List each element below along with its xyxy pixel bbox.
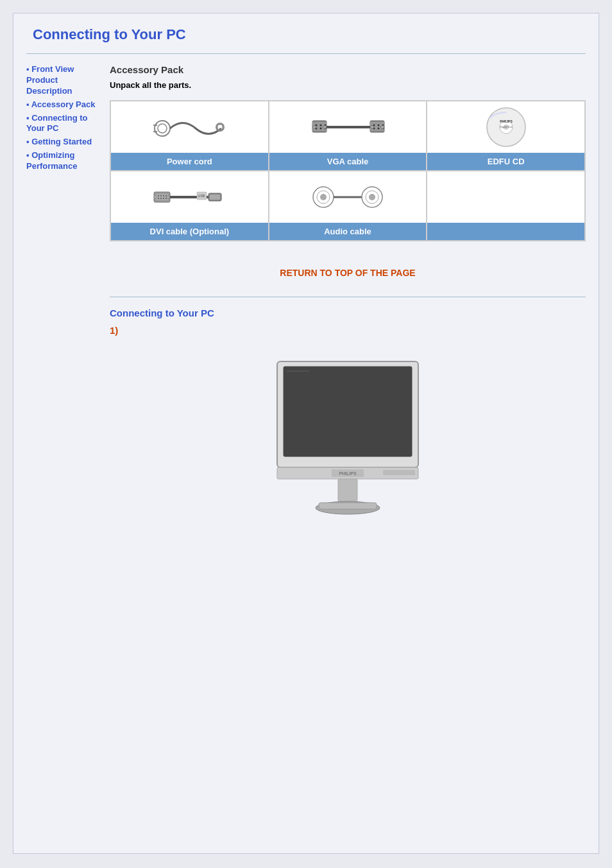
svg-point-37 [158, 198, 159, 199]
svg-point-23 [323, 126, 327, 129]
dvi-cable-image: USB [111, 171, 268, 223]
vga-cable-cell: VGA cable [269, 101, 427, 171]
page-container: Connecting to Your PC Front View Product… [13, 13, 599, 854]
power-cord-icon [151, 108, 228, 146]
vga-cable-image [269, 101, 427, 153]
edfu-cd-icon: PHILIPS Digital Use [480, 105, 532, 150]
main-layout: Front View Product Description Accessory… [26, 64, 586, 528]
svg-point-0 [155, 121, 170, 136]
sidebar-item-connecting[interactable]: Connecting to Your PC [26, 113, 97, 135]
accessories-images-row1: Power cord [110, 101, 585, 171]
power-cord-image [111, 101, 268, 153]
dvi-cable-cell: USB DVI cable (Optional) [110, 171, 269, 241]
svg-point-36 [166, 195, 167, 196]
audio-cable-image [269, 171, 427, 223]
return-link-container: RETURN TO TOP OF THE PAGE [110, 254, 586, 291]
svg-text:USB: USB [198, 194, 205, 198]
dvi-cable-label: DVI cable (Optional) [111, 223, 268, 240]
dvi-cable-icon: USB [151, 178, 228, 216]
svg-text:PHILIPS: PHILIPS [500, 119, 513, 123]
sidebar: Front View Product Description Accessory… [26, 64, 103, 528]
accessories-images-row2: USB DVI cable (Optional) [110, 171, 585, 241]
svg-point-39 [163, 198, 164, 199]
top-divider [26, 53, 586, 54]
monitor-image-container: PHILIPS [110, 349, 586, 528]
svg-rect-57 [284, 367, 412, 456]
sidebar-item-accessory-pack[interactable]: Accessory Pack [26, 100, 97, 110]
step-number: 1) [110, 325, 586, 336]
svg-point-40 [166, 198, 167, 199]
svg-point-38 [160, 198, 162, 199]
vga-cable-label: VGA cable [269, 153, 427, 170]
svg-point-54 [369, 194, 375, 200]
svg-point-34 [160, 195, 162, 196]
accessories-grid: Power cord [110, 100, 586, 241]
audio-cable-cell: Audio cable [269, 171, 427, 241]
connecting-section-title: Connecting to Your PC [110, 308, 586, 318]
svg-point-25 [381, 126, 384, 129]
svg-text:PHILIPS: PHILIPS [339, 471, 357, 476]
svg-point-24 [371, 126, 374, 129]
empty-cell [427, 171, 585, 241]
svg-point-33 [158, 195, 159, 196]
svg-point-1 [158, 124, 167, 133]
svg-point-9 [320, 125, 322, 126]
return-to-top-link[interactable]: RETURN TO TOP OF THE PAGE [280, 268, 415, 278]
vga-cable-icon [309, 108, 386, 146]
accessory-section-title: Accessory Pack [110, 64, 586, 75]
power-cord-label: Power cord [111, 153, 268, 170]
svg-point-17 [378, 125, 380, 126]
svg-point-50 [320, 194, 327, 200]
edfu-cd-cell: PHILIPS Digital Use EDFU CD [427, 101, 585, 171]
svg-point-35 [163, 195, 164, 196]
content-area: Accessory Pack Unpack all the parts. [103, 64, 586, 528]
svg-rect-64 [319, 503, 377, 509]
svg-point-12 [320, 128, 322, 130]
unpack-text: Unpack all the parts. [110, 80, 586, 90]
sidebar-item-front-view[interactable]: Front View Product Description [26, 64, 97, 97]
power-cord-cell: Power cord [110, 101, 269, 171]
bottom-divider [110, 297, 586, 297]
edfu-cd-image: PHILIPS Digital Use [427, 101, 584, 153]
svg-rect-32 [156, 194, 168, 200]
svg-point-41 [154, 196, 157, 198]
empty-image [427, 171, 584, 223]
sidebar-item-getting-started[interactable]: Getting Started [26, 137, 97, 148]
edfu-cd-label: EDFU CD [427, 153, 584, 170]
svg-text:Digital Use: Digital Use [500, 125, 513, 128]
monitor-illustration: PHILIPS [258, 349, 438, 528]
svg-rect-61 [383, 470, 415, 475]
svg-point-20 [378, 128, 380, 130]
sidebar-item-performance[interactable]: Optimizing Performance [26, 150, 97, 172]
svg-rect-62 [338, 479, 357, 501]
audio-cable-icon [309, 178, 386, 216]
svg-point-22 [313, 126, 316, 129]
audio-cable-label: Audio cable [269, 223, 427, 240]
page-title: Connecting to Your PC [26, 26, 586, 43]
svg-point-42 [167, 196, 169, 198]
empty-label [427, 223, 584, 240]
svg-rect-45 [210, 195, 220, 200]
